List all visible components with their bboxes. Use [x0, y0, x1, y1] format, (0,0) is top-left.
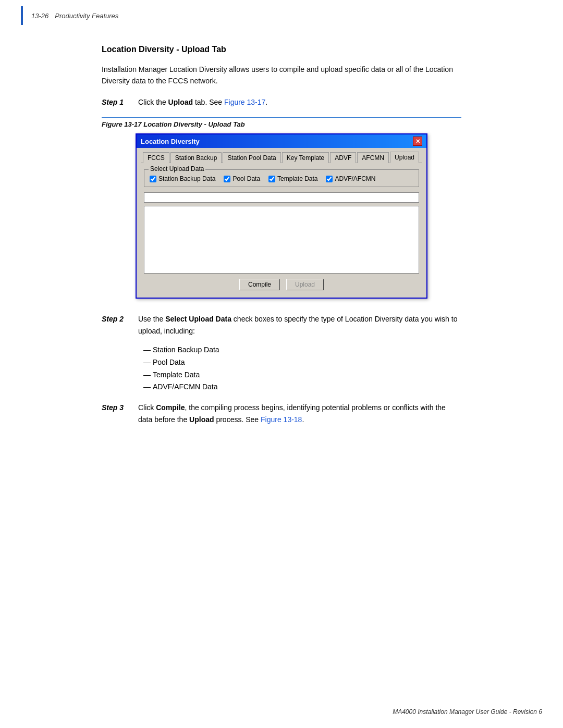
checkbox-advf-afcmn-label: ADVF/AFCMN — [335, 175, 375, 182]
upload-button[interactable]: Upload — [286, 279, 324, 290]
checkbox-station-backup[interactable]: Station Backup Data — [150, 175, 215, 182]
step2-text-before: Use the — [138, 315, 165, 323]
step1-text: Click the Upload tab. See Figure 13-17. — [138, 96, 461, 108]
dialog-close-button[interactable]: ✕ — [413, 137, 422, 146]
list-item: ADVF/AFCMN Data — [143, 381, 461, 393]
tab-upload[interactable]: Upload — [390, 152, 419, 163]
page: 13-26 Productivity Features Location Div… — [0, 0, 563, 728]
tab-fccs[interactable]: FCCS — [143, 152, 169, 163]
footer-text: MA4000 Installation Manager User Guide -… — [393, 708, 542, 715]
step3-label: Step 3 — [102, 402, 133, 413]
tabs-row: FCCS Station Backup Station Pool Data Ke… — [141, 151, 422, 163]
step3-para: Step 3 Click Compile, the compiling proc… — [102, 402, 461, 425]
tab-station-pool-data[interactable]: Station Pool Data — [223, 152, 280, 163]
steps-area: Step 2 Use the Select Upload Data check … — [102, 313, 461, 425]
list-item: Template Data — [143, 369, 461, 381]
compile-button[interactable]: Compile — [239, 279, 280, 290]
dialog-wrapper: Location Diversity ✕ FCCS Station Backup… — [102, 133, 461, 299]
checkbox-pool-data[interactable]: Pool Data — [224, 175, 260, 182]
intro-paragraph: Installation Manager Location Diversity … — [102, 64, 461, 87]
tab-station-backup[interactable]: Station Backup — [170, 152, 222, 163]
dialog-body: FCCS Station Backup Station Pool Data Ke… — [137, 148, 426, 298]
figure-caption-prefix: Figure 13-17 — [102, 120, 142, 128]
list-item: Pool Data — [143, 356, 461, 369]
section-heading: Location Diversity - Upload Tab — [102, 45, 461, 54]
step3-text: Click Compile, the compiling process beg… — [138, 402, 461, 425]
checkbox-template-data-label: Template Data — [277, 175, 317, 182]
checkbox-template-data[interactable]: Template Data — [268, 175, 317, 182]
tab-advf[interactable]: ADVF — [330, 152, 356, 163]
step1-label: Step 1 — [102, 96, 133, 108]
step3-bold2: Upload — [189, 415, 214, 424]
dialog-title: Location Diversity — [141, 138, 200, 145]
dialog-titlebar: Location Diversity ✕ — [137, 134, 426, 148]
progress-bar — [144, 192, 419, 203]
checkbox-advf-afcmn[interactable]: ADVF/AFCMN — [326, 175, 375, 182]
header-bar: 13-26 Productivity Features — [0, 0, 563, 29]
main-content: Location Diversity - Upload Tab Installa… — [0, 29, 563, 450]
step2-text: Use the Select Upload Data check boxes t… — [138, 313, 461, 337]
tab-afcmn[interactable]: AFCMN — [357, 152, 389, 163]
page-number: 13-26 — [31, 12, 48, 20]
step2-label: Step 2 — [102, 313, 133, 325]
upload-panel: Select Upload Data Station Backup Data P… — [141, 167, 422, 292]
select-upload-group: Select Upload Data Station Backup Data P… — [144, 169, 419, 187]
header-title: Productivity Features — [55, 12, 118, 20]
step2-para: Step 2 Use the Select Upload Data check … — [102, 313, 461, 337]
checkbox-station-backup-label: Station Backup Data — [158, 175, 215, 182]
step1-para: Step 1 Click the Upload tab. See Figure … — [102, 96, 461, 108]
checkboxes-row: Station Backup Data Pool Data Template D… — [150, 173, 413, 182]
step2-bold: Select Upload Data — [165, 315, 231, 323]
step1-bold: Upload — [168, 98, 193, 106]
step1-text-before: Click the — [138, 98, 168, 106]
figure-caption-text: Location Diversity - Upload Tab — [143, 120, 245, 128]
log-output-area — [144, 206, 419, 274]
step1-text2: tab. See — [193, 98, 224, 106]
checkbox-station-backup-input[interactable] — [150, 176, 156, 182]
checkbox-template-data-input[interactable] — [268, 176, 275, 182]
figure-caption: Figure 13-17 Location Diversity - Upload… — [102, 120, 461, 128]
checkbox-pool-data-input[interactable] — [224, 176, 230, 182]
tab-key-template[interactable]: Key Template — [282, 152, 329, 163]
step3-bold1: Compile — [156, 403, 185, 412]
step3-text4: . — [302, 415, 304, 424]
select-upload-legend: Select Upload Data — [149, 165, 205, 172]
figure-caption-area: Figure 13-17 Location Diversity - Upload… — [102, 117, 461, 128]
step3-text-before: Click — [138, 403, 156, 412]
step3-text3: process. See — [214, 415, 261, 424]
location-diversity-dialog: Location Diversity ✕ FCCS Station Backup… — [136, 133, 427, 299]
step1-text3: . — [265, 98, 267, 106]
page-footer: MA4000 Installation Manager User Guide -… — [393, 708, 542, 715]
dialog-buttons-row: Compile Upload — [144, 279, 419, 290]
checkbox-advf-afcmn-input[interactable] — [326, 176, 333, 182]
figure-13-18-link[interactable]: Figure 13-18 — [261, 415, 302, 424]
figure-13-17-link[interactable]: Figure 13-17 — [224, 98, 265, 106]
checkbox-pool-data-label: Pool Data — [232, 175, 260, 182]
left-accent-bar — [21, 6, 23, 25]
list-item: Station Backup Data — [143, 344, 461, 356]
bullets-list: Station Backup Data Pool Data Template D… — [143, 344, 461, 393]
